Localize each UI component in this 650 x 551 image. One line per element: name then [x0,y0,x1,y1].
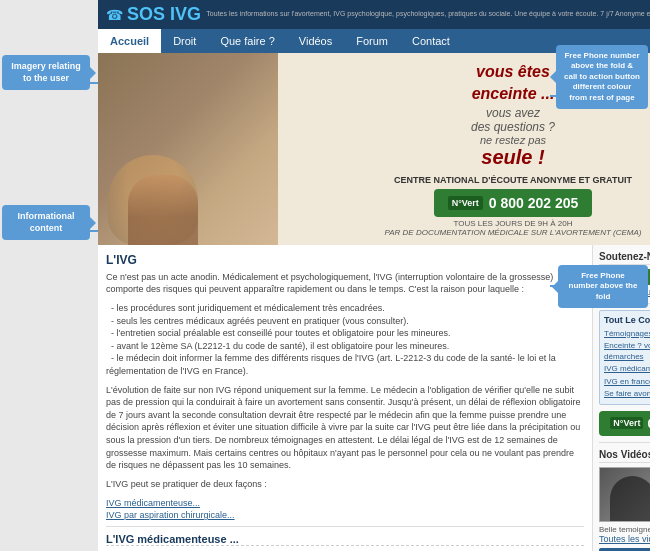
sidebar-nvert-label: N°Vert [610,417,643,429]
article-para-end: L'IVG peut se pratiquer de deux façons : [106,478,584,491]
en-savoir-plus-link[interactable]: En savoir plus [599,287,650,297]
hero-line2: vous avez des questions ? [471,106,555,134]
tout-contenu-title: Tout Le Contenu [604,315,650,325]
sidebar-enceinte-link[interactable]: Enceinte ? vos droits au IVG et vos déma… [604,340,650,362]
hero-line3: ne restez pas [480,134,546,146]
sidebar-temoignages-link[interactable]: Témoignages [604,328,650,339]
informational-annotation-bubble: Informational content [2,205,90,240]
hero-hours: TOUS LES JOURS DE 9H À 20H [454,219,573,228]
left-annotations-panel: Imagery relating to the user Information… [0,0,98,551]
header-tagline: Toutes les informations sur l'avortement… [206,9,650,19]
sidebar: Soutenez-Nous : ▶ Faire un don En savoir… [593,245,650,551]
toutes-videos-link[interactable]: Toutes les vidéos [599,534,650,544]
nav-item-droit[interactable]: Droit [161,29,208,53]
main-nav: Accueil Droit Que faire ? Vidéos Forum C… [98,29,650,53]
video-thumbnail[interactable]: ▶ [599,467,650,522]
hero-image [98,53,278,245]
nav-item-videos[interactable]: Vidéos [287,29,344,53]
nav-item-que-faire[interactable]: Que faire ? [208,29,286,53]
article-content: L'IVG Ce n'est pas un acte anodin. Médic… [98,245,593,551]
page-outer-wrapper: Imagery relating to the user Information… [0,0,650,551]
hero-text-area: vous êtes enceinte ... vous avez des que… [278,53,650,245]
sidebar-divider-1 [599,303,650,304]
sidebar-divider-2 [599,442,650,443]
soutenez-title: Soutenez-Nous : [599,251,650,265]
main-content-area: L'IVG Ce n'est pas un acte anodin. Médic… [98,245,650,551]
hero-line1: vous êtes enceinte ... [472,61,555,106]
tout-contenu-box: Tout Le Contenu Témoignages Enceinte ? v… [599,310,650,405]
sidebar-ivg-france-link[interactable]: IVG en france [604,376,650,387]
site-logo: SOS IVG [127,4,201,25]
article-para-bullets: - les procédures sont juridiquement et m… [106,302,584,378]
ivg-aspiration-link[interactable]: IVG par aspiration chirurgicale... [106,510,235,520]
site-header: ☎ SOS IVG Toutes les informations sur l'… [98,0,650,29]
site-container: ☎ SOS IVG Toutes les informations sur l'… [98,0,550,551]
hero-docs: PAR DE DOCUMENTATION MÉDICALE SUR L'AVOR… [385,228,642,237]
sidebar-phone-button[interactable]: N°Vert 0 800 202 205 [599,411,650,436]
don-button[interactable]: ▶ Faire un don [599,269,650,285]
sidebar-ivg-medic-link[interactable]: IVG médicamenteuse [604,363,650,374]
nvert-label: N°Vert [448,196,483,210]
sidebar-avorter-link[interactable]: Se faire avorter [604,388,650,399]
hero-seule: seule ! [481,146,544,169]
section-divider-1 [106,526,584,527]
phone-number-hero: 0 800 202 205 [489,195,579,211]
article-para-1: Ce n'est pas un acte anodin. Médicalemen… [106,271,584,296]
sub-section-title: L'IVG médicamenteuse ... [106,533,584,546]
phone-logo-icon: ☎ [106,7,123,23]
videos-title: Nos Vidéos [599,449,650,463]
article-title: L'IVG [106,253,584,267]
page-wrapper: ☎ SOS IVG Toutes les informations sur l'… [98,0,650,551]
hero-section: vous êtes enceinte ... vous avez des que… [98,53,650,245]
nav-item-accueil[interactable]: Accueil [98,29,161,53]
hero-centre-label: CENTRE NATIONAL D'ÉCOUTE ANONYME ET GRAT… [394,175,632,185]
video-label: Belle temoigne (2.1) [599,525,650,534]
logo-area: ☎ SOS IVG [106,4,201,25]
imagery-annotation-bubble: Imagery relating to the user [2,55,90,90]
article-para-main: L'évolution de faite sur non IVG répond … [106,384,584,472]
ivg-medic-link[interactable]: IVG médicamenteuse... [106,498,200,508]
nav-item-forum[interactable]: Forum [344,29,400,53]
nav-item-contact[interactable]: Contact [400,29,462,53]
cta-phone-button[interactable]: N°Vert 0 800 202 205 [434,189,593,217]
